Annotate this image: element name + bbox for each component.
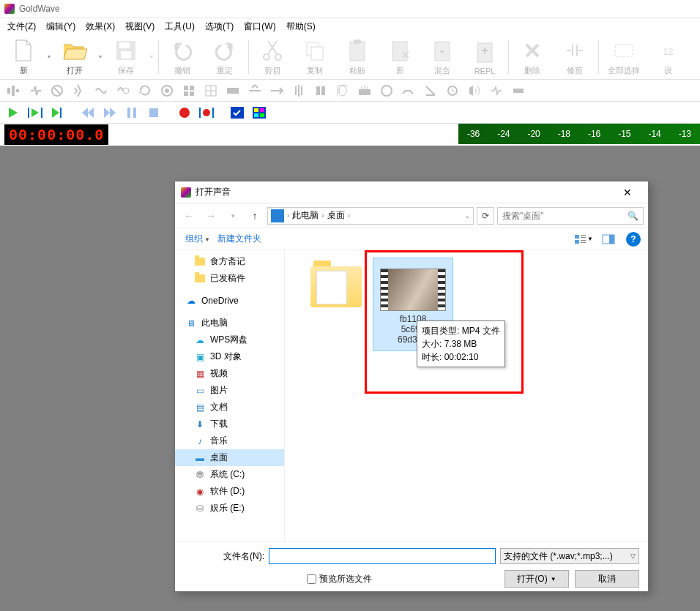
play-selection-icon[interactable] — [26, 104, 44, 121]
folder-item[interactable] — [299, 258, 373, 319]
effect-icon-22[interactable] — [466, 82, 483, 100]
pause-icon[interactable] — [123, 104, 141, 121]
up-icon[interactable]: ↑ — [245, 206, 264, 225]
tree-item-thispc[interactable]: 🖥此电脑 — [175, 315, 284, 331]
view-mode-icon[interactable]: ▼ — [573, 231, 594, 247]
chevron-right-icon[interactable]: › — [348, 211, 350, 220]
tree-item-3d[interactable]: ▣3D 对象 — [175, 348, 284, 365]
tree-item-doc[interactable]: ▤文档 — [175, 399, 284, 416]
cancel-button[interactable]: 取消 — [575, 570, 639, 588]
effect-icon-13[interactable] — [268, 82, 286, 100]
recent-dropdown-icon[interactable]: ▾ — [223, 206, 242, 225]
new2-button[interactable]: 新 — [379, 37, 420, 76]
effect-icon-7[interactable] — [136, 82, 154, 100]
filetype-dropdown[interactable]: 支持的文件 (*.wav;*.mp3;...) ▽ — [500, 548, 639, 564]
forward-icon[interactable] — [101, 104, 119, 121]
rewind-icon[interactable] — [79, 104, 97, 121]
tree-item-desktop[interactable]: ▬桌面 — [175, 449, 284, 466]
save-button[interactable]: 保存 — [105, 37, 146, 76]
paste-button[interactable]: 粘贴 — [337, 37, 378, 76]
menu-edit[interactable]: 编辑(Y) — [42, 19, 80, 34]
organize-button[interactable]: 组织▼ — [182, 231, 213, 247]
effect-icon-17[interactable] — [356, 82, 373, 100]
mix-button[interactable]: + 混合 — [422, 37, 463, 76]
effect-icon-9[interactable] — [180, 82, 198, 100]
effect-icon-23[interactable] — [488, 82, 505, 100]
menu-file[interactable]: 文件(Z) — [3, 19, 40, 34]
new-dropdown-icon[interactable]: ▾ — [45, 40, 53, 74]
newfolder-button[interactable]: 新建文件夹 — [215, 231, 264, 247]
effect-icon-5[interactable] — [92, 82, 110, 100]
crumb-desktop[interactable]: 桌面 — [327, 209, 345, 222]
tree-item-softd[interactable]: ◉软件 (D:) — [175, 483, 284, 500]
cut-button[interactable]: 剪切 — [252, 37, 293, 76]
effect-icon-4[interactable] — [70, 82, 88, 100]
search-field[interactable] — [502, 211, 625, 221]
effect-icon-20[interactable] — [422, 82, 439, 100]
effect-icon-11[interactable] — [224, 82, 242, 100]
tree-item-music[interactable]: ♪音乐 — [175, 432, 284, 449]
open-dropdown-icon[interactable]: ▾ — [97, 40, 104, 74]
effect-icon-6[interactable] — [114, 82, 132, 100]
folder-tree[interactable]: 食方斋记 已发稿件 ☁OneDrive 🖥此电脑 ☁WPS网盘 ▣3D 对象 ▦… — [175, 250, 285, 541]
crumb-pc[interactable]: 此电脑 — [292, 209, 319, 222]
tree-item-wps[interactable]: ☁WPS网盘 — [175, 331, 284, 348]
tree-item-onedrive[interactable]: ☁OneDrive — [175, 293, 284, 309]
repl-button[interactable]: REPL — [464, 39, 505, 75]
tree-item-sysc[interactable]: ⛃系统 (C:) — [175, 466, 284, 483]
chevron-down-icon[interactable]: ⌄ — [464, 211, 470, 220]
new-button[interactable]: 新 — [3, 37, 44, 76]
back-icon[interactable]: ← — [179, 206, 198, 225]
menu-effect[interactable]: 效果(X) — [81, 19, 119, 34]
loop-toggle-icon[interactable] — [228, 104, 246, 121]
trim-button[interactable]: 修剪 — [554, 37, 595, 76]
effect-icon-12[interactable] — [246, 82, 264, 100]
preview-pane-icon[interactable] — [598, 231, 619, 247]
copy-button[interactable]: 复制 — [294, 37, 335, 76]
tree-item-yifa[interactable]: 已发稿件 — [175, 270, 284, 287]
selectall-button[interactable]: 全部选择 — [602, 37, 646, 76]
tree-item-pic[interactable]: ▭图片 — [175, 382, 284, 399]
tree-item-video[interactable]: ▦视频 — [175, 365, 284, 382]
chevron-right-icon[interactable]: › — [287, 211, 289, 220]
redo-button[interactable]: 重定 — [204, 37, 245, 76]
chevron-right-icon[interactable]: › — [321, 211, 324, 220]
effect-icon-24[interactable] — [510, 82, 527, 100]
effect-icon-3[interactable] — [48, 82, 66, 100]
search-icon[interactable]: 🔍 — [628, 211, 638, 221]
view-grid-icon[interactable] — [250, 104, 268, 121]
effect-icon-10[interactable] — [202, 82, 220, 100]
forward-nav-icon[interactable]: → — [201, 206, 220, 225]
tree-item-download[interactable]: ⬇下载 — [175, 416, 284, 432]
search-input[interactable]: 🔍 — [497, 207, 644, 225]
undo-button[interactable]: 撤销 — [162, 37, 203, 76]
file-pane[interactable]: fb1108 5c69d 69d33D 项目类型: MP4 文件 大小: 7.3… — [285, 250, 648, 541]
play-end-icon[interactable] — [48, 104, 66, 121]
preview-checkbox[interactable]: 预览所选文件 — [307, 573, 372, 585]
breadcrumb[interactable]: › 此电脑 › 桌面 › ⌄ — [267, 207, 474, 225]
effect-icon-14[interactable] — [290, 82, 308, 100]
effect-icon-19[interactable] — [400, 82, 417, 100]
effect-icon-16[interactable] — [334, 82, 351, 100]
record-icon[interactable] — [176, 104, 193, 121]
record-selection-icon[interactable] — [198, 104, 215, 121]
menu-window[interactable]: 窗口(W) — [239, 19, 280, 34]
effect-icon-15[interactable] — [312, 82, 329, 100]
effect-icon-8[interactable] — [158, 82, 176, 100]
tree-item-ente[interactable]: ⛁娱乐 (E:) — [175, 500, 284, 517]
refresh-icon[interactable]: ⟳ — [477, 207, 494, 225]
effect-icon-18[interactable] — [378, 82, 395, 100]
settings-button[interactable]: 12 设 — [647, 37, 688, 76]
menu-view[interactable]: 视图(V) — [121, 19, 159, 34]
filename-field[interactable] — [269, 548, 496, 564]
play-icon[interactable] — [4, 104, 22, 121]
open-button[interactable]: 打开(O) ▼ — [504, 570, 569, 588]
menu-tool[interactable]: 工具(U) — [160, 19, 199, 34]
tree-item-shifang[interactable]: 食方斋记 — [175, 253, 284, 270]
save-dropdown-icon[interactable]: ▾ — [148, 40, 155, 74]
delete-button[interactable]: 删除 — [512, 37, 553, 76]
open-button[interactable]: 打开 — [54, 37, 95, 76]
effect-icon-21[interactable] — [444, 82, 461, 100]
effect-icon-2[interactable] — [26, 82, 44, 100]
menu-option[interactable]: 选项(T) — [201, 19, 238, 34]
